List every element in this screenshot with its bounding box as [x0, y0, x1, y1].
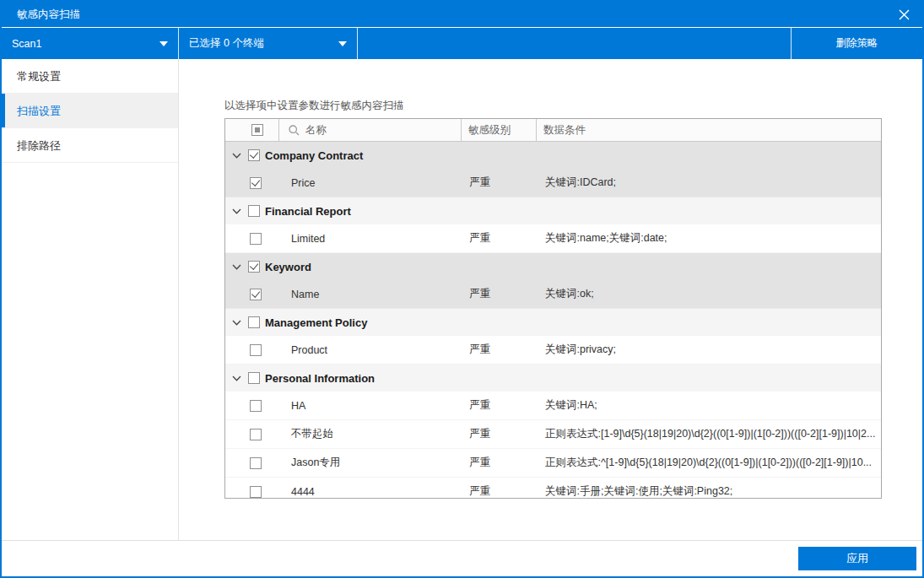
terminal-dropdown-label: 已选择 0 个终端	[189, 36, 264, 51]
sidebar-item-2[interactable]: 排除路径	[2, 128, 178, 163]
row-checkbox[interactable]	[250, 177, 262, 189]
group-label: Management Policy	[265, 316, 367, 329]
row-level: 严重	[462, 287, 538, 301]
row-checkbox[interactable]	[250, 429, 262, 440]
close-button[interactable]	[885, 2, 922, 27]
row-name: Jason专用	[279, 456, 462, 470]
row-checkbox[interactable]	[250, 233, 262, 245]
group-row[interactable]: Financial Report	[225, 197, 881, 224]
scan-settings-panel: 以选择项中设置参数进行敏感内容扫描 名称 敏感级别	[179, 59, 922, 540]
row-level: 严重	[462, 176, 538, 190]
sidebar-item-0[interactable]: 常规设置	[2, 59, 178, 94]
sidebar-item-label: 排除路径	[17, 139, 61, 152]
row-level: 严重	[462, 427, 538, 441]
group-label: Company Contract	[265, 149, 363, 162]
row-level: 严重	[462, 398, 538, 413]
chevron-down-icon	[338, 41, 347, 46]
title-bar: 敏感内容扫描	[2, 2, 922, 27]
table-body: Company ContractPrice严重关键词:IDCard;Financ…	[225, 142, 881, 498]
row-name: HA	[279, 400, 462, 412]
row-name: 4444	[279, 486, 462, 498]
table-row[interactable]: Product严重关键词:privacy;	[225, 336, 881, 365]
chevron-down-icon	[159, 41, 168, 46]
policy-dropdown-label: Scan1	[12, 38, 41, 50]
apply-button[interactable]: 应用	[798, 547, 916, 570]
table-row[interactable]: HA严重关键词:HA;	[225, 392, 881, 420]
toolbar: Scan1 已选择 0 个终端 删除策略	[2, 28, 922, 59]
sidebar-item-label: 扫描设置	[17, 105, 61, 117]
window-title: 敏感内容扫描	[17, 8, 80, 22]
table-row[interactable]: 不带起始严重正则表达式:[1-9]\d{5}(18|19|20)\d{2}((0…	[225, 420, 881, 449]
settings-sidebar: 常规设置扫描设置排除路径	[2, 59, 179, 540]
select-all-checkbox[interactable]	[251, 124, 263, 136]
group-row[interactable]: Keyword	[225, 253, 881, 280]
row-condition: 关键词:ok;	[538, 287, 881, 301]
sidebar-item-label: 常规设置	[17, 70, 61, 83]
header-select-all-cell	[225, 119, 279, 141]
group-checkbox[interactable]	[248, 372, 260, 384]
header-condition-cell: 数据条件	[537, 119, 881, 141]
group-row[interactable]: Management Policy	[225, 309, 881, 336]
close-icon	[899, 9, 910, 20]
group-checkbox[interactable]	[248, 205, 260, 217]
sensitive-content-scan-dialog: 敏感内容扫描 Scan1 已选择 0 个终端 删除策略 常规设置扫描设置排除路径…	[0, 0, 924, 578]
chevron-down-icon[interactable]	[232, 375, 241, 381]
table-row[interactable]: 4444严重关键词:手册;关键词:使用;关键词:Ping32;	[225, 478, 881, 498]
group-label: Personal Information	[265, 372, 375, 385]
row-condition: 关键词:HA;	[538, 398, 881, 413]
row-condition: 正则表达式:[1-9]\d{5}(18|19|20)\d{2}((0[1-9])…	[538, 427, 881, 441]
row-name: Name	[279, 289, 462, 300]
delete-policy-button[interactable]: 删除策略	[791, 28, 922, 59]
search-icon[interactable]	[289, 125, 300, 136]
header-level-cell: 敏感级别	[462, 119, 537, 141]
row-condition: 关键词:name;关键词:date;	[538, 231, 881, 246]
row-level: 严重	[462, 231, 538, 246]
group-label: Keyword	[265, 261, 311, 273]
row-checkbox[interactable]	[250, 400, 262, 412]
row-checkbox[interactable]	[250, 486, 262, 498]
policy-dropdown[interactable]: Scan1	[2, 28, 179, 59]
header-name-cell: 名称	[279, 119, 462, 141]
row-level: 严重	[462, 343, 538, 357]
chevron-down-icon[interactable]	[232, 153, 241, 159]
group-row[interactable]: Personal Information	[225, 365, 881, 392]
row-name: 不带起始	[279, 427, 462, 441]
group-label: Financial Report	[265, 205, 351, 218]
group-checkbox[interactable]	[248, 149, 260, 161]
table-header: 名称 敏感级别 数据条件	[225, 119, 881, 142]
row-checkbox[interactable]	[250, 457, 262, 469]
row-condition: 关键词:privacy;	[538, 343, 881, 357]
toolbar-spacer	[358, 28, 791, 59]
row-level: 严重	[462, 484, 538, 498]
row-condition: 正则表达式:^[1-9]\d{5}(18|19|20)\d{2}((0[1-9]…	[538, 456, 881, 470]
row-checkbox[interactable]	[250, 344, 262, 356]
group-row[interactable]: Company Contract	[225, 142, 881, 169]
chevron-down-icon[interactable]	[232, 264, 241, 270]
row-name: Price	[279, 177, 462, 189]
chevron-down-icon[interactable]	[232, 320, 241, 326]
table-row[interactable]: Price严重关键词:IDCard;	[225, 169, 881, 197]
row-name: Limited	[279, 233, 462, 245]
footer-bar: 应用	[2, 540, 922, 576]
column-header-name: 名称	[305, 123, 327, 138]
group-checkbox[interactable]	[248, 261, 260, 273]
chevron-down-icon[interactable]	[232, 208, 241, 214]
table-row[interactable]: Jason专用严重正则表达式:^[1-9]\d{5}(18|19|20)\d{2…	[225, 449, 881, 478]
table-hint-text: 以选择项中设置参数进行敏感内容扫描	[179, 59, 922, 113]
delete-policy-label: 删除策略	[836, 36, 878, 51]
row-checkbox[interactable]	[250, 289, 262, 300]
column-header-condition: 数据条件	[543, 123, 586, 138]
terminal-dropdown[interactable]: 已选择 0 个终端	[179, 28, 358, 59]
row-level: 严重	[462, 456, 538, 470]
row-condition: 关键词:手册;关键词:使用;关键词:Ping32;	[538, 484, 881, 498]
sidebar-item-1[interactable]: 扫描设置	[2, 94, 178, 128]
table-row[interactable]: Limited严重关键词:name;关键词:date;	[225, 224, 881, 253]
table-row[interactable]: Name严重关键词:ok;	[225, 280, 881, 309]
sensitive-rules-table: 名称 敏感级别 数据条件 Company ContractPrice严重关键词:…	[224, 118, 882, 499]
group-checkbox[interactable]	[248, 316, 260, 328]
column-header-level: 敏感级别	[468, 123, 511, 138]
row-name: Product	[279, 344, 462, 356]
row-condition: 关键词:IDCard;	[538, 176, 881, 190]
